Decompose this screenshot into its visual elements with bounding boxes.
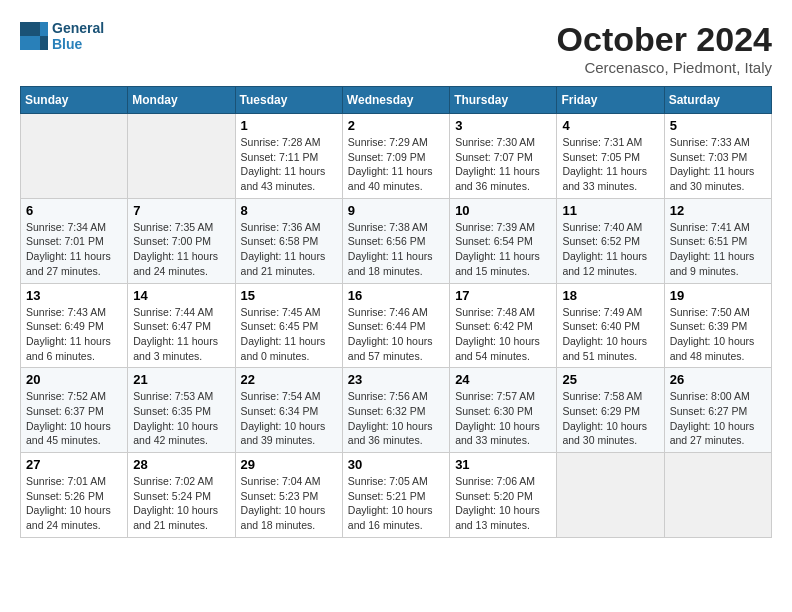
calendar-cell: 27Sunrise: 7:01 AM Sunset: 5:26 PM Dayli… xyxy=(21,453,128,538)
calendar-cell: 25Sunrise: 7:58 AM Sunset: 6:29 PM Dayli… xyxy=(557,368,664,453)
day-info: Sunrise: 7:56 AM Sunset: 6:32 PM Dayligh… xyxy=(348,389,444,448)
day-info: Sunrise: 7:45 AM Sunset: 6:45 PM Dayligh… xyxy=(241,305,337,364)
calendar-cell: 26Sunrise: 8:00 AM Sunset: 6:27 PM Dayli… xyxy=(664,368,771,453)
day-info: Sunrise: 7:02 AM Sunset: 5:24 PM Dayligh… xyxy=(133,474,229,533)
day-number: 17 xyxy=(455,288,551,303)
logo-line1: General xyxy=(52,20,104,36)
logo: General Blue xyxy=(20,20,104,52)
day-info: Sunrise: 7:35 AM Sunset: 7:00 PM Dayligh… xyxy=(133,220,229,279)
day-header-monday: Monday xyxy=(128,87,235,114)
day-number: 10 xyxy=(455,203,551,218)
day-number: 12 xyxy=(670,203,766,218)
calendar-cell: 13Sunrise: 7:43 AM Sunset: 6:49 PM Dayli… xyxy=(21,283,128,368)
day-info: Sunrise: 7:31 AM Sunset: 7:05 PM Dayligh… xyxy=(562,135,658,194)
day-number: 15 xyxy=(241,288,337,303)
day-info: Sunrise: 7:04 AM Sunset: 5:23 PM Dayligh… xyxy=(241,474,337,533)
calendar-cell: 30Sunrise: 7:05 AM Sunset: 5:21 PM Dayli… xyxy=(342,453,449,538)
calendar-cell: 3Sunrise: 7:30 AM Sunset: 7:07 PM Daylig… xyxy=(450,114,557,199)
day-info: Sunrise: 7:05 AM Sunset: 5:21 PM Dayligh… xyxy=(348,474,444,533)
day-number: 13 xyxy=(26,288,122,303)
day-info: Sunrise: 7:48 AM Sunset: 6:42 PM Dayligh… xyxy=(455,305,551,364)
day-number: 4 xyxy=(562,118,658,133)
month-title: October 2024 xyxy=(557,20,772,59)
calendar-header-row: SundayMondayTuesdayWednesdayThursdayFrid… xyxy=(21,87,772,114)
calendar-cell xyxy=(664,453,771,538)
day-info: Sunrise: 7:33 AM Sunset: 7:03 PM Dayligh… xyxy=(670,135,766,194)
day-header-friday: Friday xyxy=(557,87,664,114)
day-info: Sunrise: 7:50 AM Sunset: 6:39 PM Dayligh… xyxy=(670,305,766,364)
calendar-cell: 10Sunrise: 7:39 AM Sunset: 6:54 PM Dayli… xyxy=(450,198,557,283)
day-number: 18 xyxy=(562,288,658,303)
day-number: 20 xyxy=(26,372,122,387)
logo-icon xyxy=(20,22,48,50)
day-number: 27 xyxy=(26,457,122,472)
calendar-cell: 6Sunrise: 7:34 AM Sunset: 7:01 PM Daylig… xyxy=(21,198,128,283)
calendar-cell: 5Sunrise: 7:33 AM Sunset: 7:03 PM Daylig… xyxy=(664,114,771,199)
calendar-cell: 8Sunrise: 7:36 AM Sunset: 6:58 PM Daylig… xyxy=(235,198,342,283)
calendar-cell: 2Sunrise: 7:29 AM Sunset: 7:09 PM Daylig… xyxy=(342,114,449,199)
calendar-cell: 11Sunrise: 7:40 AM Sunset: 6:52 PM Dayli… xyxy=(557,198,664,283)
day-number: 26 xyxy=(670,372,766,387)
day-info: Sunrise: 7:58 AM Sunset: 6:29 PM Dayligh… xyxy=(562,389,658,448)
calendar-week-row: 27Sunrise: 7:01 AM Sunset: 5:26 PM Dayli… xyxy=(21,453,772,538)
day-info: Sunrise: 7:34 AM Sunset: 7:01 PM Dayligh… xyxy=(26,220,122,279)
svg-marker-2 xyxy=(40,22,48,36)
calendar-cell: 23Sunrise: 7:56 AM Sunset: 6:32 PM Dayli… xyxy=(342,368,449,453)
calendar-cell: 21Sunrise: 7:53 AM Sunset: 6:35 PM Dayli… xyxy=(128,368,235,453)
location: Cercenasco, Piedmont, Italy xyxy=(557,59,772,76)
day-number: 29 xyxy=(241,457,337,472)
day-number: 11 xyxy=(562,203,658,218)
day-number: 6 xyxy=(26,203,122,218)
day-info: Sunrise: 7:52 AM Sunset: 6:37 PM Dayligh… xyxy=(26,389,122,448)
calendar-cell: 24Sunrise: 7:57 AM Sunset: 6:30 PM Dayli… xyxy=(450,368,557,453)
day-header-wednesday: Wednesday xyxy=(342,87,449,114)
day-number: 9 xyxy=(348,203,444,218)
day-header-saturday: Saturday xyxy=(664,87,771,114)
logo-line2: Blue xyxy=(52,36,104,52)
day-number: 31 xyxy=(455,457,551,472)
calendar-cell: 17Sunrise: 7:48 AM Sunset: 6:42 PM Dayli… xyxy=(450,283,557,368)
day-number: 19 xyxy=(670,288,766,303)
header: General Blue October 2024 Cercenasco, Pi… xyxy=(20,20,772,76)
calendar-cell: 7Sunrise: 7:35 AM Sunset: 7:00 PM Daylig… xyxy=(128,198,235,283)
day-number: 14 xyxy=(133,288,229,303)
day-info: Sunrise: 7:36 AM Sunset: 6:58 PM Dayligh… xyxy=(241,220,337,279)
day-number: 23 xyxy=(348,372,444,387)
day-number: 7 xyxy=(133,203,229,218)
day-number: 2 xyxy=(348,118,444,133)
day-info: Sunrise: 7:53 AM Sunset: 6:35 PM Dayligh… xyxy=(133,389,229,448)
day-info: Sunrise: 7:54 AM Sunset: 6:34 PM Dayligh… xyxy=(241,389,337,448)
day-number: 5 xyxy=(670,118,766,133)
title-area: October 2024 Cercenasco, Piedmont, Italy xyxy=(557,20,772,76)
day-info: Sunrise: 7:49 AM Sunset: 6:40 PM Dayligh… xyxy=(562,305,658,364)
calendar-cell: 18Sunrise: 7:49 AM Sunset: 6:40 PM Dayli… xyxy=(557,283,664,368)
day-info: Sunrise: 7:39 AM Sunset: 6:54 PM Dayligh… xyxy=(455,220,551,279)
day-info: Sunrise: 7:40 AM Sunset: 6:52 PM Dayligh… xyxy=(562,220,658,279)
day-number: 21 xyxy=(133,372,229,387)
calendar-week-row: 13Sunrise: 7:43 AM Sunset: 6:49 PM Dayli… xyxy=(21,283,772,368)
day-info: Sunrise: 7:44 AM Sunset: 6:47 PM Dayligh… xyxy=(133,305,229,364)
calendar-cell: 20Sunrise: 7:52 AM Sunset: 6:37 PM Dayli… xyxy=(21,368,128,453)
calendar-cell: 15Sunrise: 7:45 AM Sunset: 6:45 PM Dayli… xyxy=(235,283,342,368)
day-number: 16 xyxy=(348,288,444,303)
day-info: Sunrise: 7:57 AM Sunset: 6:30 PM Dayligh… xyxy=(455,389,551,448)
day-header-tuesday: Tuesday xyxy=(235,87,342,114)
day-info: Sunrise: 7:29 AM Sunset: 7:09 PM Dayligh… xyxy=(348,135,444,194)
calendar-cell: 4Sunrise: 7:31 AM Sunset: 7:05 PM Daylig… xyxy=(557,114,664,199)
calendar-week-row: 1Sunrise: 7:28 AM Sunset: 7:11 PM Daylig… xyxy=(21,114,772,199)
day-number: 22 xyxy=(241,372,337,387)
calendar-cell: 29Sunrise: 7:04 AM Sunset: 5:23 PM Dayli… xyxy=(235,453,342,538)
day-number: 8 xyxy=(241,203,337,218)
day-number: 28 xyxy=(133,457,229,472)
day-info: Sunrise: 7:06 AM Sunset: 5:20 PM Dayligh… xyxy=(455,474,551,533)
calendar-cell: 31Sunrise: 7:06 AM Sunset: 5:20 PM Dayli… xyxy=(450,453,557,538)
day-info: Sunrise: 7:43 AM Sunset: 6:49 PM Dayligh… xyxy=(26,305,122,364)
calendar-cell: 22Sunrise: 7:54 AM Sunset: 6:34 PM Dayli… xyxy=(235,368,342,453)
calendar-cell xyxy=(128,114,235,199)
day-number: 3 xyxy=(455,118,551,133)
day-info: Sunrise: 8:00 AM Sunset: 6:27 PM Dayligh… xyxy=(670,389,766,448)
calendar-cell: 9Sunrise: 7:38 AM Sunset: 6:56 PM Daylig… xyxy=(342,198,449,283)
calendar-cell: 28Sunrise: 7:02 AM Sunset: 5:24 PM Dayli… xyxy=(128,453,235,538)
day-info: Sunrise: 7:46 AM Sunset: 6:44 PM Dayligh… xyxy=(348,305,444,364)
calendar-cell xyxy=(21,114,128,199)
